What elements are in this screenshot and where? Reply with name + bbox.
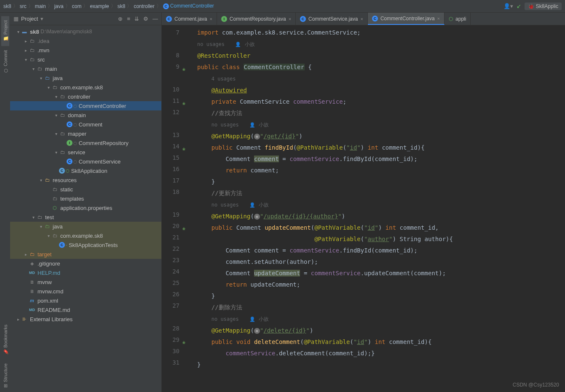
crumb[interactable]: src [20,3,27,9]
rail-tab-project[interactable]: 📁Project [1,16,9,46]
hide-icon[interactable]: — [153,16,158,22]
package-icon: 🗀 [51,232,58,239]
editor-tabs: CComment.java× ICommentRepository.java× … [162,13,565,25]
watermark: CSDN @Csy123520 [513,382,559,388]
tree-app-props[interactable]: ⬡application.properties [10,203,161,212]
crumb[interactable]: sk8 [3,3,11,9]
sidebar-title[interactable]: Project [21,16,38,22]
tree-main[interactable]: ▾🗀main [10,64,161,73]
excluded-folder-icon: 🗀 [29,251,35,258]
file-icon: 🗎 [29,288,35,295]
tree-root[interactable]: ▾▬sk8 D:\Maven\xiangmo\sk8 [10,27,161,36]
expand-icon[interactable]: ≡ [127,16,130,22]
package-icon: 🗀 [59,93,66,100]
collapse-icon[interactable]: ⇊ [134,16,139,22]
tree-domain[interactable]: ▾🗀domain [10,110,161,120]
tree-test[interactable]: ▾🗀test [10,212,161,222]
interface-icon: I [67,140,72,146]
run-config-selector[interactable]: 🐞 Sk8Applic [525,3,562,10]
tree-mapper[interactable]: ▾🗀mapper [10,129,161,138]
tree-comment-controller[interactable]: C◌ CommentController [10,101,161,110]
tab-service[interactable]: CCommentService.java× [296,13,368,25]
crumb[interactable]: main [35,3,46,9]
tree-resources[interactable]: ▾🗀resources [10,175,161,185]
tree-comment-service[interactable]: C◌ CommentService [10,157,161,166]
package-icon: 🗀 [51,84,58,91]
tree-templates[interactable]: 🗀templates [10,194,161,203]
crumb-class[interactable]: CommentController [170,3,214,9]
close-icon[interactable]: × [289,16,291,21]
top-bar: sk8〉 src〉 main〉 java〉 com〉 example〉 sk8〉… [0,0,565,13]
tree-gitignore[interactable]: ◈.gitignore [10,259,161,268]
package-icon: 🗀 [59,130,66,137]
sync-icon[interactable]: ↙ [517,3,521,9]
project-tree[interactable]: ▾▬sk8 D:\Maven\xiangmo\sk8 ▸🗀.idea ▸🗀.mv… [10,25,161,392]
project-sidebar: ▦ Project ▾ ⊕ ≡ ⇊ ⚙ — ▾▬sk8 D:\Maven\xia… [10,13,162,392]
crumb[interactable]: sk8 [118,3,126,9]
class-icon: C [67,158,72,164]
tree-static[interactable]: 🗀static [10,185,161,194]
tree-pom[interactable]: mpom.xml [10,296,161,305]
tab-appli[interactable]: ⬡appli [445,13,471,25]
module-icon: ▬ [21,28,28,35]
crumb[interactable]: com [72,3,82,9]
tab-controller[interactable]: CCommentController.java× [368,13,445,25]
close-icon[interactable]: × [360,16,363,21]
class-icon: C [163,3,169,9]
tree-package[interactable]: ▾🗀com.example.sk8 [10,83,161,92]
tree-helpmd[interactable]: MDHELP.md [10,268,161,277]
user-icon[interactable]: 👤▾ [503,3,513,9]
line-gutter[interactable]: 7 8 9 ❀ 10 11 ❀ 12 13 14 ❀ 15 16 17 18 1… [162,25,187,392]
spring-icon[interactable]: ❀ [179,98,185,104]
tree-mvn[interactable]: ▸🗀.mvn [10,46,161,55]
tree-comment-repo[interactable]: I◌ CommentRepository [10,138,161,148]
dropdown-icon[interactable]: ▾ [40,16,43,22]
code-content[interactable]: import com.example.sk8.service.CommentSe… [194,25,565,392]
tree-readme[interactable]: MDREADME.md [10,305,161,314]
spring-icon[interactable]: ❀ [179,64,185,70]
rail-tab-commit[interactable]: ⬡Commit [1,46,9,78]
tree-target[interactable]: ▸🗀target [10,250,161,259]
folder-icon: 🗀 [36,214,43,220]
rail-tab-bookmarks[interactable]: 🔖Bookmarks [1,320,9,359]
tree-src[interactable]: ▾🗀src [10,55,161,64]
close-icon[interactable]: × [437,16,440,21]
tree-comment-class[interactable]: C◌ Comment [10,120,161,129]
folder-icon: 🗀 [29,38,35,44]
package-icon: 🗀 [59,149,66,156]
tree-mvnw[interactable]: 🗎mvnw [10,277,161,287]
tree-ext-libs[interactable]: ▸⊪External Libraries [10,314,161,324]
tree-service[interactable]: ▾🗀service [10,148,161,157]
tree-mvnwcmd[interactable]: 🗎mvnw.cmd [10,287,161,296]
crumb[interactable]: example [90,3,109,9]
tree-java[interactable]: ▾🗀java [10,73,161,83]
settings-icon[interactable]: ⚙ [143,16,148,22]
tree-controller[interactable]: ▾🗀controller [10,92,161,101]
code-editor[interactable]: 7 8 9 ❀ 10 11 ❀ 12 13 14 ❀ 15 16 17 18 1… [162,25,565,392]
mapping-icon[interactable]: ⊙ [254,214,260,220]
close-icon[interactable]: × [209,16,212,21]
spring-bean-icon: ◌ [73,141,77,145]
fold-gutter[interactable] [187,25,194,392]
rail-tab-structure[interactable]: ⊞Structure [1,359,9,392]
spring-icon[interactable]: ❀ [179,223,185,229]
tab-comment[interactable]: CComment.java× [162,13,217,25]
tree-sk8-tests[interactable]: C◦ Sk8ApplicationTests [10,240,161,250]
mapping-icon[interactable]: ⊙ [254,134,260,140]
tab-repo[interactable]: ICommentRepository.java× [217,13,296,25]
spring-icon[interactable]: ❀ [179,337,185,343]
sidebar-header: ▦ Project ▾ ⊕ ≡ ⇊ ⚙ — [10,13,161,25]
properties-icon: ⬡ [449,16,453,22]
maven-icon: m [29,297,35,304]
spring-icon[interactable]: ❀ [179,143,185,149]
breadcrumb[interactable]: sk8〉 src〉 main〉 java〉 com〉 example〉 sk8〉… [3,3,214,10]
select-opened-icon[interactable]: ⊕ [118,16,123,22]
tree-sk8-app[interactable]: C⬡ Sk8Application [10,166,161,175]
folder-icon: 🗀 [36,65,43,72]
tree-test-pkg[interactable]: ▾🗀com.example.sk8 [10,231,161,240]
tree-idea[interactable]: ▸🗀.idea [10,36,161,46]
crumb[interactable]: controller [134,3,154,9]
crumb[interactable]: java [54,3,64,9]
tree-test-java[interactable]: ▾🗀java [10,222,161,231]
mapping-icon[interactable]: ⊙ [254,328,260,334]
